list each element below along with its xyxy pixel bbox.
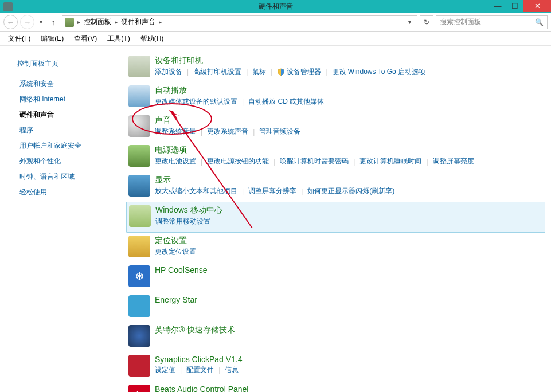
breadcrumb-sep[interactable]: ▸ [114,19,119,25]
shield-icon [277,68,285,76]
category-icon[interactable] [128,145,150,167]
back-button[interactable]: ← [3,15,18,29]
sidebar: 控制面板主页 系统和安全网络和 Internet硬件和声音程序用户帐户和家庭安全… [0,46,120,392]
forward-button[interactable]: → [20,15,34,29]
menu-edit[interactable]: 编辑(E) [36,32,68,45]
category-link[interactable]: 设备管理器 [277,67,321,77]
category-icon[interactable] [128,325,150,347]
category-link[interactable]: 添加设备 [155,67,182,77]
content-area: 设备和打印机添加设备|高级打印机设置|鼠标|设备管理器|更改 Windows T… [120,46,551,392]
category-row: Energy Star [126,292,545,322]
link-separator: | [349,158,359,166]
control-panel-icon [65,18,74,27]
link-separator: | [421,158,432,166]
category-title[interactable]: 自动播放 [155,85,543,96]
category-row: 显示放大或缩小文本和其他项目|调整屏幕分辨率|如何更正显示器闪烁(刷新率) [126,172,545,202]
window-controls: — ☐ ✕ [489,0,551,12]
navigation-bar: ← → ▾ ↑ ▸ 控制面板 ▸ 硬件和声音 ▸ ▾ ↻ 搜索控制面板 🔍 [0,13,551,32]
category-link[interactable]: 更改系统声音 [207,127,248,136]
category-title[interactable]: Beats Audio Control Panel [155,385,543,392]
sidebar-item[interactable]: 系统和安全 [19,76,115,92]
category-icon[interactable]: b [128,385,150,392]
address-dropdown[interactable]: ▾ [405,19,415,25]
breadcrumb-sep[interactable]: ▸ [76,19,81,25]
minimize-button[interactable]: — [489,0,506,12]
sidebar-item[interactable]: 网络和 Internet [19,92,115,107]
menu-tools[interactable]: 工具(T) [103,32,134,45]
category-link[interactable]: 更改计算机睡眠时间 [359,156,421,166]
category-row: Synaptics ClickPad V1.4设定值|配置文件|信息 [126,352,545,382]
category-icon[interactable] [128,355,150,377]
category-icon[interactable] [128,175,150,197]
search-input[interactable]: 搜索控制面板 🔍 [436,15,548,29]
category-link[interactable]: 调整系统音量 [155,127,196,136]
category-link[interactable]: 高级打印机设置 [193,67,241,77]
category-row: 定位设置更改定位设置 [126,233,545,262]
category-title[interactable]: HP CoolSense [155,265,543,275]
sidebar-item[interactable]: 外观和个性化 [19,154,115,169]
category-icon[interactable] [129,205,151,227]
category-row: 声音调整系统音量|更改系统声音|管理音频设备 [126,112,545,142]
sidebar-item[interactable]: 时钟、语言和区域 [19,169,115,185]
category-icon[interactable] [128,295,150,317]
category-title[interactable]: 声音 [155,115,543,126]
category-link[interactable]: 放大或缩小文本和其他项目 [155,186,237,196]
link-separator: | [214,366,225,374]
sidebar-item[interactable]: 轻松使用 [19,185,115,200]
menu-view[interactable]: 查看(V) [69,32,101,45]
category-icon[interactable] [128,85,150,107]
link-separator: | [269,158,280,166]
breadcrumb-sep[interactable]: ▸ [158,19,163,25]
history-dropdown[interactable]: ▾ [37,19,45,25]
category-link[interactable]: 更改电池设置 [155,156,196,166]
category-title[interactable]: 设备和打印机 [155,56,543,66]
maximize-button[interactable]: ☐ [506,0,523,12]
link-separator: | [182,68,193,76]
close-button[interactable]: ✕ [523,0,551,12]
search-icon: 🔍 [535,18,544,26]
category-title[interactable]: 电源选项 [155,145,543,155]
category-link[interactable]: 唤醒计算机时需要密码 [280,156,349,166]
category-link[interactable]: 管理音频设备 [259,127,300,136]
breadcrumb-hardware-sound[interactable]: 硬件和声音 [121,17,155,27]
category-icon[interactable]: ❄ [128,265,150,287]
category-link[interactable]: 信息 [225,365,239,375]
sidebar-item[interactable]: 硬件和声音 [19,107,115,123]
category-title[interactable]: 英特尔® 快速存储技术 [155,325,543,335]
link-separator: | [196,158,207,166]
category-title[interactable]: Windows 移动中心 [155,205,542,215]
category-link[interactable]: 自动播放 CD 或其他媒体 [248,97,324,107]
menu-file[interactable]: 文件(F) [3,32,35,45]
category-link[interactable]: 鼠标 [252,67,266,77]
refresh-button[interactable]: ↻ [420,15,433,29]
category-title[interactable]: 定位设置 [155,236,543,246]
category-link[interactable]: 更改 Windows To Go 启动选项 [333,67,425,77]
category-link[interactable]: 配置文件 [186,365,214,375]
category-link[interactable]: 更改媒体或设备的默认设置 [155,97,237,107]
sidebar-home[interactable]: 控制面板主页 [17,56,115,72]
link-separator: | [321,68,332,76]
category-icon[interactable] [128,56,150,77]
category-link[interactable]: 调整屏幕亮度 [433,156,474,166]
link-separator: | [241,68,252,76]
category-link[interactable]: 调整屏幕分辨率 [248,186,296,196]
link-separator: | [237,98,248,106]
breadcrumb-control-panel[interactable]: 控制面板 [84,17,111,27]
category-icon[interactable] [128,115,150,137]
category-link[interactable]: 如何更正显示器闪烁(刷新率) [307,186,394,196]
category-icon[interactable] [128,236,150,257]
menu-help[interactable]: 帮助(H) [136,32,169,45]
up-button[interactable]: ↑ [47,16,60,29]
category-link[interactable]: 设定值 [155,365,175,375]
category-link[interactable]: 调整常用移动设置 [155,217,210,226]
sidebar-item[interactable]: 程序 [19,123,115,138]
system-menu-icon[interactable] [3,2,13,11]
category-title[interactable]: 显示 [155,175,543,185]
category-title[interactable]: Synaptics ClickPad V1.4 [155,355,543,364]
sidebar-item[interactable]: 用户帐户和家庭安全 [19,138,115,154]
address-bar[interactable]: ▸ 控制面板 ▸ 硬件和声音 ▸ ▾ [62,15,417,29]
category-link[interactable]: 更改定位设置 [155,247,196,257]
title-bar: 硬件和声音 — ☐ ✕ [0,0,551,13]
category-link[interactable]: 更改电源按钮的功能 [207,156,269,166]
category-title[interactable]: Energy Star [155,295,543,304]
